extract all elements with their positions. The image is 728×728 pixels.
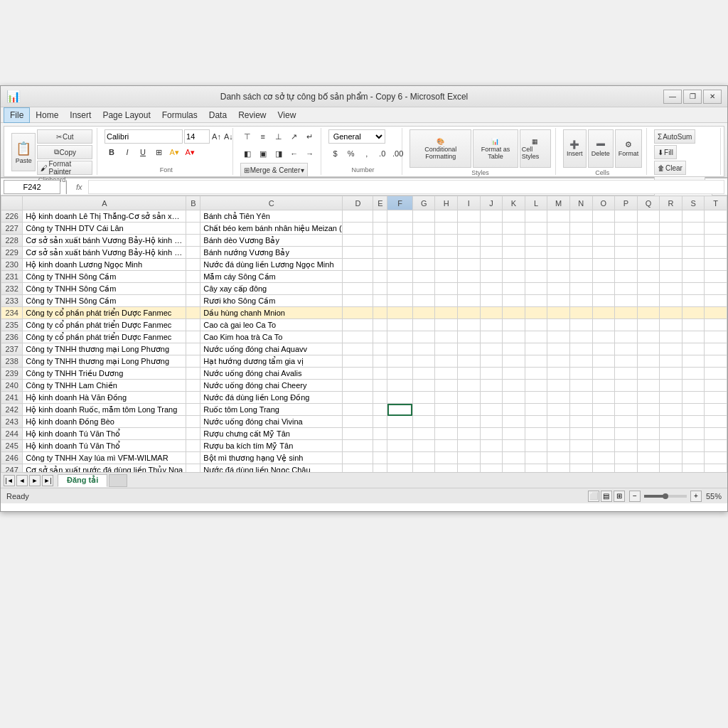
cell-238-N[interactable] [569,355,592,368]
align-middle-button[interactable]: ≡ [256,129,270,144]
font-color-button[interactable]: A▾ [183,145,197,159]
cell-238-T[interactable] [705,355,727,368]
cell-238-F[interactable] [387,355,412,368]
cell-235-J[interactable] [480,319,503,331]
cell-232-H[interactable] [435,283,458,295]
cell-242-H[interactable] [435,404,458,416]
cell-241-M[interactable] [547,392,570,404]
menu-item-view[interactable]: View [272,107,302,123]
cell-228-K[interactable] [503,235,525,247]
zoom-slider[interactable] [644,495,687,498]
cell-232-A[interactable]: Công ty TNHH Sông Cầm [23,283,186,295]
row-header-227[interactable]: 227 [1,223,23,235]
menu-item-file[interactable]: File [4,107,30,123]
formula-input[interactable] [88,180,724,194]
cell-240-D[interactable] [343,380,373,392]
cell-244-I[interactable] [458,428,481,440]
decimal-inc-button[interactable]: .0 [375,146,390,161]
cell-235-A[interactable]: Công ty cổ phần phát triển Dược Fanmec [23,319,186,331]
cell-240-C[interactable]: Nước uống đóng chai Cheery [200,380,343,392]
cell-228-M[interactable] [547,235,570,247]
cell-234-Q[interactable] [637,307,660,319]
cell-234-T[interactable] [705,307,727,319]
cell-246-Q[interactable] [637,452,660,464]
cell-240-P[interactable] [615,380,638,392]
cell-237-S[interactable] [682,343,705,355]
cell-245-T[interactable] [705,440,727,452]
cell-244-N[interactable] [569,428,592,440]
cell-241-Q[interactable] [637,392,660,404]
row-header-238[interactable]: 238 [1,355,23,368]
cell-247-E[interactable] [373,464,387,473]
cell-242-O[interactable] [592,404,615,416]
cell-239-F[interactable] [387,368,412,380]
cell-227-H[interactable] [435,223,458,235]
cell-231-N[interactable] [569,271,592,283]
row-header-236[interactable]: 236 [1,331,23,343]
cell-233-F[interactable] [387,295,412,307]
cell-234-O[interactable] [592,307,615,319]
cell-227-D[interactable] [343,223,373,235]
cell-240-J[interactable] [480,380,503,392]
cell-238-C[interactable]: Hạt hướng dương tẩm gia vị [200,355,343,368]
cell-228-Q[interactable] [637,235,660,247]
cell-244-D[interactable] [343,428,373,440]
cell-232-M[interactable] [547,283,570,295]
cell-242-D[interactable] [343,404,373,416]
cell-226-M[interactable] [547,210,570,223]
cell-246-B[interactable] [186,452,200,464]
cell-232-C[interactable]: Cây xay cấp đông [200,283,343,295]
cell-232-S[interactable] [682,283,705,295]
cell-229-F[interactable] [387,247,412,259]
cell-244-O[interactable] [592,428,615,440]
col-header-K[interactable]: K [503,196,525,210]
cell-227-I[interactable] [458,223,481,235]
cell-230-L[interactable] [525,259,547,271]
cell-226-A[interactable]: Hộ kinh doanh Lê Thị Thắng-Cơ sở sản xuấ… [23,210,186,223]
italic-button[interactable]: I [120,145,134,159]
align-right-button[interactable]: ◨ [272,146,286,161]
row-header-242[interactable]: 242 [1,404,23,416]
cell-240-B[interactable] [186,380,200,392]
cell-239-B[interactable] [186,368,200,380]
cell-233-S[interactable] [682,295,705,307]
cell-229-R[interactable] [660,247,682,259]
cell-226-R[interactable] [660,210,682,223]
col-header-C[interactable]: C [200,196,343,210]
cell-232-L[interactable] [525,283,547,295]
cell-246-D[interactable] [343,452,373,464]
cell-236-T[interactable] [705,331,727,343]
cell-226-D[interactable] [343,210,373,223]
name-box[interactable] [4,180,60,194]
cell-230-H[interactable] [435,259,458,271]
cell-242-R[interactable] [660,404,682,416]
cell-233-P[interactable] [615,295,638,307]
cell-240-G[interactable] [412,380,435,392]
decimal-dec-button[interactable]: .00 [391,146,405,161]
cell-232-G[interactable] [412,283,435,295]
cell-243-O[interactable] [592,416,615,428]
row-header-245[interactable]: 245 [1,440,23,452]
cell-238-L[interactable] [525,355,547,368]
cell-230-P[interactable] [615,259,638,271]
cell-227-E[interactable] [373,223,387,235]
cell-230-D[interactable] [343,259,373,271]
cell-228-R[interactable] [660,235,682,247]
cell-239-D[interactable] [343,368,373,380]
cell-243-T[interactable] [705,416,727,428]
cell-233-H[interactable] [435,295,458,307]
cell-234-I[interactable] [458,307,481,319]
cell-231-C[interactable]: Mắm cáy Sông Cầm [200,271,343,283]
cell-232-J[interactable] [480,283,503,295]
cell-241-K[interactable] [503,392,525,404]
indent-inc-button[interactable]: → [303,146,317,161]
cell-230-K[interactable] [503,259,525,271]
cell-226-T[interactable] [705,210,727,223]
col-header-I[interactable]: I [458,196,481,210]
row-header-237[interactable]: 237 [1,343,23,355]
cell-234-C[interactable]: Dầu hùng chanh Mnion [200,307,343,319]
cell-237-E[interactable] [373,343,387,355]
cell-237-K[interactable] [503,343,525,355]
cell-233-C[interactable]: Rươi kho Sông Cầm [200,295,343,307]
cell-233-I[interactable] [458,295,481,307]
